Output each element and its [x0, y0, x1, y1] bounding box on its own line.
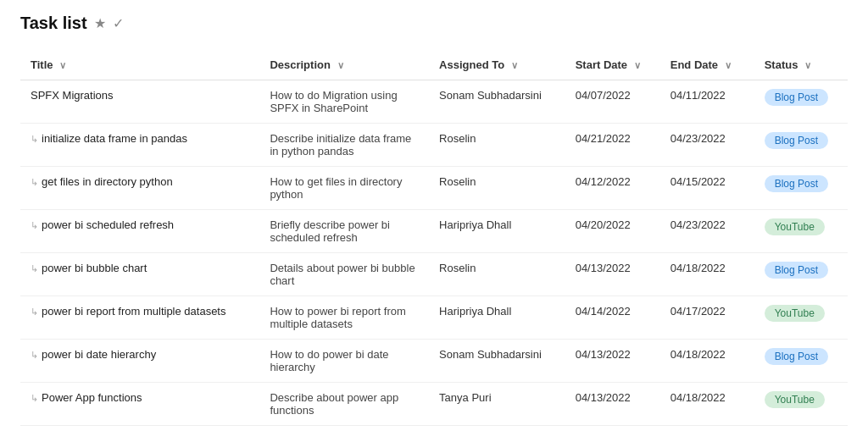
start-date-cell: 04/20/2022 — [565, 210, 660, 253]
table-header: Title ∨ Description ∨ Assigned To ∨ Star… — [20, 50, 848, 80]
sort-assignee-icon: ∨ — [511, 60, 518, 71]
task-table: Title ∨ Description ∨ Assigned To ∨ Star… — [20, 50, 848, 426]
end-date-cell: 04/18/2022 — [660, 383, 754, 426]
start-date-cell: 04/13/2022 — [565, 253, 660, 296]
table-row: SPFX MigrationsHow to do Migration using… — [20, 80, 848, 124]
title-cell: SPFX Migrations — [20, 80, 259, 124]
assignee-cell: Sonam Subhadarsini — [429, 80, 565, 124]
expand-icon[interactable]: ↳ — [31, 177, 38, 188]
expand-icon[interactable]: ↳ — [31, 393, 38, 404]
table-row: ↳get files in directory pythonHow to get… — [20, 167, 848, 210]
description-cell: How to get files in directory python — [259, 167, 429, 210]
end-date-cell: 04/18/2022 — [660, 253, 754, 296]
title-text: power bi bubble chart — [42, 262, 147, 274]
title-text: get files in directory python — [42, 175, 173, 188]
sort-enddate-icon: ∨ — [725, 60, 732, 71]
status-cell: Blog Post — [754, 167, 848, 210]
col-status[interactable]: Status ∨ — [754, 50, 848, 80]
table-body: SPFX MigrationsHow to do Migration using… — [20, 80, 848, 426]
page-title: Task list — [20, 14, 87, 33]
title-text: power bi scheduled refresh — [42, 218, 174, 231]
title-text: SPFX Migrations — [31, 89, 114, 102]
status-badge: Blog Post — [765, 89, 828, 106]
header-row: Title ∨ Description ∨ Assigned To ∨ Star… — [20, 50, 848, 80]
start-date-cell: 04/07/2022 — [565, 80, 660, 124]
assignee-cell: Roselin — [429, 167, 565, 210]
status-badge: Blog Post — [765, 132, 828, 149]
title-cell: ↳power bi report from multiple datasets — [20, 296, 259, 340]
table-row: ↳power bi report from multiple datasetsH… — [20, 296, 848, 340]
assignee-cell: Roselin — [429, 124, 565, 167]
expand-icon[interactable]: ↳ — [31, 134, 38, 145]
status-badge: Blog Post — [765, 262, 828, 279]
status-cell: Blog Post — [754, 80, 848, 124]
table-row: ↳power bi scheduled refreshBriefly descr… — [20, 210, 848, 253]
description-cell: Briefly describe power bi scheduled refr… — [259, 210, 429, 253]
description-cell: How to do power bi date hierarchy — [259, 340, 429, 383]
assignee-cell: Roselin — [429, 253, 565, 296]
expand-icon[interactable]: ↳ — [31, 307, 38, 318]
col-description[interactable]: Description ∨ — [259, 50, 429, 80]
description-cell: How to power bi report from multiple dat… — [259, 296, 429, 340]
title-cell: ↳Power App functions — [20, 383, 259, 426]
description-cell: Details about power bi bubble chart — [259, 253, 429, 296]
col-start-date[interactable]: Start Date ∨ — [565, 50, 660, 80]
expand-icon[interactable]: ↳ — [31, 350, 38, 361]
col-title[interactable]: Title ∨ — [20, 50, 259, 80]
title-text: power bi date hierarchy — [42, 348, 156, 361]
start-date-cell: 04/14/2022 — [565, 296, 660, 340]
title-cell: ↳power bi bubble chart — [20, 253, 259, 296]
assignee-cell: Tanya Puri — [429, 383, 565, 426]
start-date-cell: 04/13/2022 — [565, 340, 660, 383]
end-date-cell: 04/17/2022 — [660, 296, 754, 340]
table-row: ↳power bi date hierarchyHow to do power … — [20, 340, 848, 383]
start-date-cell: 04/21/2022 — [565, 124, 660, 167]
end-date-cell: 04/23/2022 — [660, 210, 754, 253]
status-cell: YouTube — [754, 210, 848, 253]
expand-icon[interactable]: ↳ — [31, 263, 38, 274]
star-icon[interactable]: ★ — [94, 15, 106, 31]
start-date-cell: 04/13/2022 — [565, 383, 660, 426]
col-end-date[interactable]: End Date ∨ — [660, 50, 754, 80]
status-badge: YouTube — [765, 391, 825, 408]
title-cell: ↳power bi date hierarchy — [20, 340, 259, 383]
title-cell: ↳power bi scheduled refresh — [20, 210, 259, 253]
page-header: Task list ★ ✓ — [20, 14, 848, 33]
end-date-cell: 04/11/2022 — [660, 80, 754, 124]
status-badge: YouTube — [765, 218, 825, 235]
title-text: initialize data frame in pandas — [42, 132, 187, 145]
status-cell: YouTube — [754, 296, 848, 340]
assignee-cell: Haripriya Dhall — [429, 210, 565, 253]
title-text: power bi report from multiple datasets — [42, 305, 225, 318]
sort-startdate-icon: ∨ — [634, 60, 641, 71]
sort-title-icon: ∨ — [59, 60, 66, 71]
description-cell: How to do Migration using SPFX in ShareP… — [259, 80, 429, 124]
table-row: ↳Power App functionsDescribe about power… — [20, 383, 848, 426]
sort-status-icon: ∨ — [804, 60, 811, 71]
start-date-cell: 04/12/2022 — [565, 167, 660, 210]
end-date-cell: 04/18/2022 — [660, 340, 754, 383]
status-cell: Blog Post — [754, 340, 848, 383]
col-assigned-to[interactable]: Assigned To ∨ — [429, 50, 565, 80]
status-badge: Blog Post — [765, 348, 828, 365]
status-cell: Blog Post — [754, 124, 848, 167]
end-date-cell: 04/23/2022 — [660, 124, 754, 167]
end-date-cell: 04/15/2022 — [660, 167, 754, 210]
title-text: Power App functions — [42, 391, 142, 404]
status-badge: YouTube — [765, 305, 825, 322]
status-cell: Blog Post — [754, 253, 848, 296]
status-badge: Blog Post — [765, 175, 828, 192]
expand-icon[interactable]: ↳ — [31, 220, 38, 231]
status-cell: YouTube — [754, 383, 848, 426]
title-cell: ↳get files in directory python — [20, 167, 259, 210]
description-cell: Describe initialize data frame in python… — [259, 124, 429, 167]
assignee-cell: Sonam Subhadarsini — [429, 340, 565, 383]
description-cell: Describe about power app functions — [259, 383, 429, 426]
check-icon[interactable]: ✓ — [113, 15, 124, 31]
table-row: ↳power bi bubble chartDetails about powe… — [20, 253, 848, 296]
table-row: ↳initialize data frame in pandasDescribe… — [20, 124, 848, 167]
assignee-cell: Haripriya Dhall — [429, 296, 565, 340]
title-cell: ↳initialize data frame in pandas — [20, 124, 259, 167]
sort-desc-icon: ∨ — [337, 60, 344, 71]
